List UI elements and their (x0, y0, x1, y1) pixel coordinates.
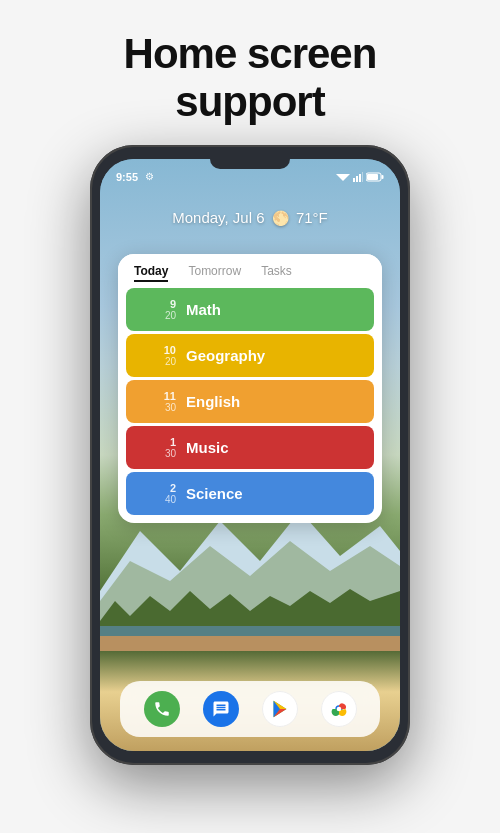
item-subject: Geography (186, 347, 265, 364)
item-subject: Math (186, 301, 221, 318)
schedule-item: 1 30 Music (126, 426, 374, 469)
status-time: 9:55 (116, 171, 138, 183)
phone-mockup: 9:55 ⚙ (90, 145, 410, 765)
time-min: 30 (165, 402, 176, 413)
time-hour: 9 (170, 298, 176, 310)
svg-marker-5 (336, 174, 350, 181)
dock-messages-icon[interactable] (203, 691, 239, 727)
time-hour: 11 (164, 390, 176, 402)
time-min: 20 (165, 356, 176, 367)
tab-today[interactable]: Today (134, 264, 168, 282)
phone-screen: 9:55 ⚙ (100, 159, 400, 751)
svg-rect-9 (362, 172, 363, 182)
phone-frame: 9:55 ⚙ (90, 145, 410, 765)
schedule-item: 9 20 Math (126, 288, 374, 331)
time-hour: 10 (164, 344, 176, 356)
item-time: 2 40 (140, 482, 176, 505)
item-subject: Music (186, 439, 229, 456)
time-min: 40 (165, 494, 176, 505)
phone-svg (153, 700, 171, 718)
item-subject: English (186, 393, 240, 410)
time-min: 30 (165, 448, 176, 459)
schedule-widget: Today Tomorrow Tasks 9 20 Math 10 20 Geo… (118, 254, 382, 523)
time-min: 20 (165, 310, 176, 321)
widget-tabs: Today Tomorrow Tasks (118, 254, 382, 288)
weather-icon: 🌕 (272, 210, 289, 226)
dock-playstore-icon[interactable] (262, 691, 298, 727)
page-title: Home screen support (124, 30, 377, 127)
item-time: 9 20 (140, 298, 176, 321)
weather-bar: Monday, Jul 6 🌕 71°F (100, 209, 400, 227)
schedule-item: 10 20 Geography (126, 334, 374, 377)
status-bar: 9:55 ⚙ (116, 171, 384, 183)
svg-rect-6 (353, 178, 355, 182)
dock-phone-icon[interactable] (144, 691, 180, 727)
svg-rect-8 (359, 174, 361, 182)
phone-notch (210, 159, 290, 169)
tab-tomorrow[interactable]: Tomorrow (188, 264, 241, 282)
schedule-item: 11 30 English (126, 380, 374, 423)
time-hour: 1 (170, 436, 176, 448)
weather-temp: 71°F (296, 209, 328, 226)
wifi-icon (336, 172, 350, 182)
item-time: 10 20 (140, 344, 176, 367)
item-time: 1 30 (140, 436, 176, 459)
schedule-item: 2 40 Science (126, 472, 374, 515)
settings-icon: ⚙ (145, 171, 154, 182)
svg-rect-11 (382, 175, 384, 179)
schedule-list: 9 20 Math 10 20 Geography 11 30 English … (118, 288, 382, 523)
signal-icon (353, 172, 363, 182)
bottom-dock (120, 681, 380, 737)
status-icons (336, 172, 384, 182)
item-time: 11 30 (140, 390, 176, 413)
dock-chrome-icon[interactable] (321, 691, 357, 727)
playstore-svg (269, 698, 291, 720)
chrome-svg (328, 698, 350, 720)
svg-rect-7 (356, 176, 358, 182)
messages-svg (212, 700, 230, 718)
svg-point-18 (336, 706, 341, 711)
weather-date: Monday, Jul 6 (172, 209, 264, 226)
time-hour: 2 (170, 482, 176, 494)
svg-rect-12 (367, 174, 378, 180)
battery-icon (366, 172, 384, 182)
svg-rect-4 (100, 636, 400, 651)
item-subject: Science (186, 485, 243, 502)
tab-tasks[interactable]: Tasks (261, 264, 292, 282)
